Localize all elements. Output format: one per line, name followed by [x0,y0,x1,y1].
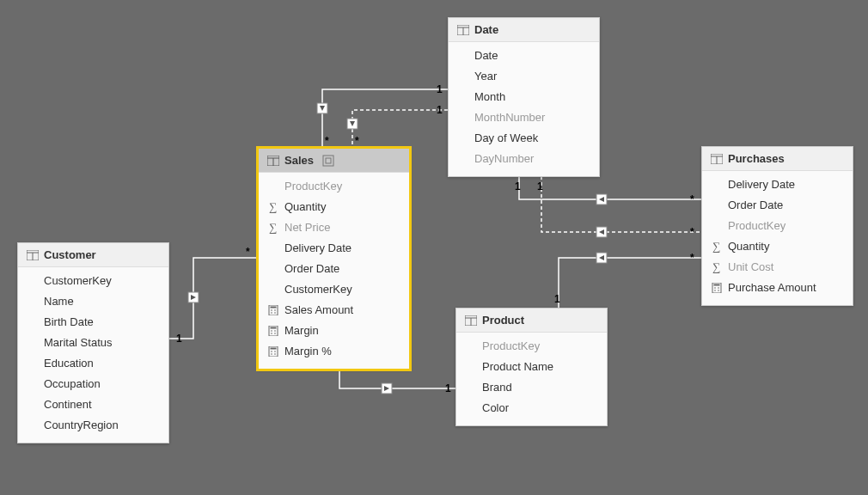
svg-rect-10 [271,307,277,309]
svg-point-26 [274,353,276,355]
field[interactable]: ProductKey [259,176,409,197]
sigma-icon: ∑ [267,199,279,215]
svg-point-19 [271,333,272,334]
field[interactable]: Day of Week [449,128,599,149]
svg-point-17 [271,330,272,332]
svg-rect-16 [271,327,277,329]
field[interactable]: Color [456,398,607,419]
field[interactable]: Name [18,291,168,312]
svg-point-40 [714,290,716,291]
field[interactable]: Marital Status [18,333,168,353]
field[interactable]: Product Name [456,357,607,377]
table-header[interactable]: Purchases [702,147,853,171]
field-list: ProductKey Product Name Brand Color [456,333,607,425]
svg-point-41 [718,290,719,291]
field[interactable]: CustomerKey [18,271,168,291]
field[interactable]: Month [449,87,599,107]
table-header[interactable]: Date [449,18,599,42]
table-title: Product [482,314,524,327]
field-list: CustomerKey Name Birth Date Marital Stat… [18,267,168,443]
field[interactable]: Birth Date [18,312,168,333]
field[interactable]: Delivery Date [702,174,853,195]
field[interactable]: Order Date [259,259,409,279]
field[interactable]: Continent [18,394,168,415]
svg-rect-7 [323,156,333,166]
card-many: * [325,135,329,147]
rel-date-sales-inactive[interactable] [352,110,448,148]
calculator-icon [711,283,723,293]
table-icon [465,315,477,326]
svg-point-25 [271,353,272,355]
field[interactable]: Occupation [18,374,168,394]
card-one: 1 [554,293,560,305]
table-icon [711,154,723,164]
card-many: * [690,193,694,205]
sigma-icon: ∑ [711,239,723,254]
field[interactable]: Sales Amount [259,300,409,321]
field[interactable]: ProductKey [702,216,853,236]
card-one: 1 [176,333,182,345]
rel-date-purchases-active[interactable] [519,176,701,199]
calculator-icon [267,305,279,315]
sigma-icon: ∑ [267,220,279,235]
field-list: ProductKey ∑Quantity ∑Net Price Delivery… [259,173,409,369]
svg-point-24 [274,351,276,352]
card-one: 1 [437,104,443,116]
field-list: Date Year Month MonthNumber Day of Week … [449,42,599,176]
table-header[interactable]: Product [456,309,607,333]
field[interactable]: Brand [456,377,607,398]
field[interactable]: ∑Unit Cost [702,257,853,278]
field[interactable]: Margin [259,321,409,341]
card-one: 1 [437,83,443,95]
field[interactable]: Order Date [702,195,853,216]
svg-point-38 [714,287,716,289]
field[interactable]: Date [449,46,599,66]
card-many: * [355,135,359,147]
field[interactable]: DayNumber [449,149,599,169]
field[interactable]: CountryRegion [18,415,168,436]
svg-point-20 [274,333,276,334]
field[interactable]: Delivery Date [259,238,409,259]
field[interactable]: ∑Quantity [702,236,853,257]
rel-product-purchases[interactable] [559,258,701,308]
svg-point-13 [271,312,272,314]
svg-rect-37 [714,284,720,286]
calculator-icon [267,346,279,357]
field[interactable]: Education [18,353,168,374]
svg-point-12 [274,309,276,311]
rel-date-purchases-inactive[interactable] [541,176,701,232]
table-icon [457,25,469,35]
card-many: * [690,226,694,238]
table-header[interactable]: Sales [259,149,409,173]
field[interactable]: CustomerKey [259,279,409,300]
field[interactable]: ∑Quantity [259,197,409,217]
svg-rect-8 [326,158,331,163]
field[interactable]: MonthNumber [449,107,599,128]
field[interactable]: Year [449,66,599,87]
table-customer[interactable]: Customer CustomerKey Name Birth Date Mar… [17,242,169,443]
field[interactable]: ProductKey [456,336,607,357]
field[interactable]: Margin % [259,341,409,362]
table-icon [267,156,279,166]
svg-point-18 [274,330,276,332]
expand-icon[interactable] [322,155,334,167]
svg-rect-22 [271,348,277,350]
table-title: Sales [284,154,314,167]
field[interactable]: Purchase Amount [702,278,853,298]
table-product[interactable]: Product ProductKey Product Name Brand Co… [455,308,608,426]
svg-point-39 [718,287,719,289]
card-many: * [246,246,250,258]
table-icon [27,250,39,260]
table-purchases[interactable]: Purchases Delivery Date Order Date Produ… [701,146,853,306]
table-title: Date [474,23,498,36]
svg-point-23 [271,351,272,352]
card-one: 1 [515,180,521,192]
table-date[interactable]: Date Date Year Month MonthNumber Day of … [448,17,600,177]
rel-customer-sales[interactable] [168,258,258,339]
table-title: Purchases [728,152,785,165]
rel-date-sales-active[interactable] [322,89,448,148]
table-sales[interactable]: Sales ProductKey ∑Quantity ∑Net Price De… [258,148,410,370]
field[interactable]: ∑Net Price [259,217,409,238]
table-header[interactable]: Customer [18,243,168,267]
card-one: 1 [445,382,451,394]
